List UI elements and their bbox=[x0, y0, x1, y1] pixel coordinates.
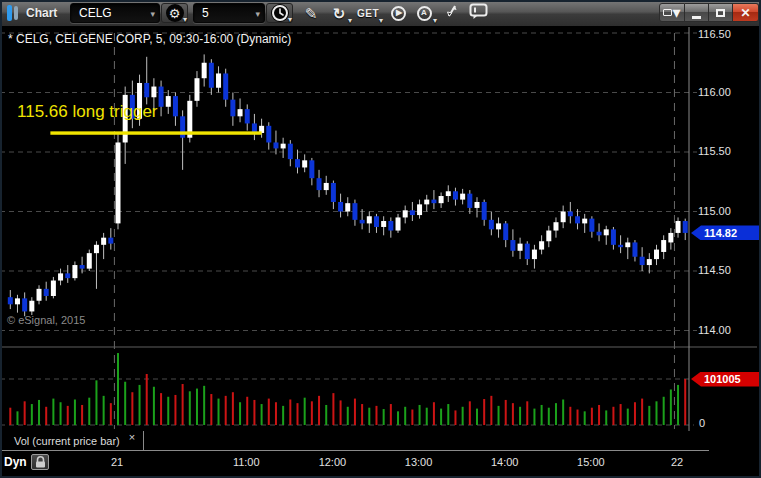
volume-bar bbox=[368, 408, 370, 425]
lock-button[interactable] bbox=[31, 454, 49, 470]
candle-body bbox=[8, 297, 13, 304]
auto-trade-button[interactable]: A ▾ bbox=[411, 3, 437, 23]
volume-bar bbox=[210, 394, 212, 425]
interval-input[interactable]: 5 ▾ bbox=[193, 3, 265, 23]
volume-bar bbox=[139, 385, 141, 425]
volume-bar bbox=[167, 397, 169, 425]
candle-body bbox=[431, 200, 436, 204]
symbol-input[interactable]: CELG ▾ bbox=[70, 3, 160, 23]
candle-body bbox=[503, 223, 508, 240]
volume-bar bbox=[347, 407, 349, 425]
candle-body bbox=[345, 203, 350, 211]
volume-bar bbox=[103, 396, 105, 425]
candle-body bbox=[654, 250, 659, 260]
volume-bar bbox=[160, 393, 162, 425]
candle-body bbox=[475, 202, 480, 208]
candle-body bbox=[317, 178, 322, 190]
refresh-button[interactable]: ↻ ▾ bbox=[326, 3, 352, 23]
volume-bar bbox=[526, 401, 528, 425]
candle-body bbox=[532, 250, 537, 260]
volume-bar bbox=[512, 403, 514, 425]
close-icon[interactable]: × bbox=[129, 431, 135, 443]
chevron-down-icon: ▾ bbox=[348, 16, 352, 25]
candle-body bbox=[611, 229, 616, 244]
candle-body bbox=[166, 96, 171, 107]
volume-bar bbox=[81, 405, 83, 425]
volume-bar bbox=[677, 385, 679, 425]
close-button[interactable]: ✕ bbox=[733, 3, 759, 22]
candle-body bbox=[388, 221, 393, 231]
comment-bubble-icon bbox=[469, 3, 489, 24]
chart-canvas[interactable] bbox=[0, 27, 761, 452]
last-price-badge: 114.82 bbox=[691, 225, 759, 240]
candle-body bbox=[202, 63, 207, 78]
comment-button[interactable] bbox=[466, 3, 492, 23]
symbol-value: CELG bbox=[79, 6, 112, 20]
minimize-icon bbox=[692, 16, 701, 19]
candle-body bbox=[80, 265, 85, 269]
candle-body bbox=[173, 96, 178, 116]
time-tick-label: 11:00 bbox=[233, 456, 260, 468]
draw-tool-button[interactable]: ✎ bbox=[299, 3, 323, 23]
candle-body bbox=[331, 183, 336, 202]
volume-indicator-tab[interactable]: Vol (current price bar) × bbox=[7, 431, 144, 451]
current-volume-badge: 101005 bbox=[691, 372, 759, 387]
candle-body bbox=[266, 126, 271, 143]
candle-body bbox=[108, 238, 113, 244]
candle-body bbox=[618, 245, 623, 247]
price-tick-label: 116.00 bbox=[698, 86, 731, 98]
title-bar: Chart CELG ▾ ⚙ ▾ 5 ▾ ▾ ✎ ↻ ▾ GET ▾ bbox=[0, 0, 761, 27]
trigger-line[interactable] bbox=[50, 131, 261, 134]
volume-bar bbox=[95, 380, 97, 425]
candle-body bbox=[683, 221, 688, 233]
volume-bar bbox=[577, 410, 579, 425]
restore-menu-button[interactable]: ▾ bbox=[659, 3, 685, 22]
pencil-icon: ✎ bbox=[305, 6, 318, 21]
candle-body bbox=[230, 100, 235, 117]
volume-bar bbox=[297, 403, 299, 425]
volume-bar bbox=[261, 404, 263, 425]
volume-bar bbox=[354, 399, 356, 425]
maximize-button[interactable] bbox=[709, 3, 733, 22]
volume-bar bbox=[390, 404, 392, 425]
candle-body bbox=[29, 301, 34, 312]
time-tick-label: 12:00 bbox=[319, 456, 347, 468]
candle-body bbox=[546, 231, 551, 242]
volume-bar bbox=[476, 409, 478, 425]
get-icon: GET bbox=[357, 8, 379, 19]
price-tick-label: 115.00 bbox=[698, 205, 731, 217]
candle-body bbox=[209, 63, 214, 88]
candle-body bbox=[360, 220, 365, 224]
play-button[interactable]: ▶ bbox=[386, 3, 410, 23]
volume-bar bbox=[584, 411, 586, 425]
volume-bar bbox=[325, 405, 327, 425]
volume-bar bbox=[562, 399, 564, 425]
volume-bar bbox=[9, 408, 11, 425]
volume-bar bbox=[447, 404, 449, 425]
symbol-settings-button[interactable]: ⚙ ▾ bbox=[161, 3, 188, 23]
candle-body bbox=[410, 210, 415, 215]
minimize-button[interactable] bbox=[685, 3, 709, 22]
volume-bar bbox=[31, 404, 33, 425]
volume-bar bbox=[454, 410, 456, 425]
candle-body bbox=[403, 210, 408, 217]
dyn-mode-button[interactable]: Dyn bbox=[4, 455, 27, 469]
close-icon: ✕ bbox=[740, 6, 750, 20]
trigger-annotation[interactable]: 115.66 long trigger bbox=[17, 102, 158, 122]
volume-bar bbox=[440, 409, 442, 425]
candle-body bbox=[582, 219, 587, 224]
interval-time-button[interactable]: ▾ bbox=[266, 3, 293, 23]
get-data-button[interactable]: GET ▾ bbox=[353, 3, 383, 23]
volume-bar bbox=[117, 353, 119, 425]
volume-bar bbox=[426, 408, 428, 425]
candle-body bbox=[101, 238, 106, 245]
volume-bar bbox=[146, 374, 148, 425]
candle-body bbox=[22, 298, 27, 311]
candle-body bbox=[632, 242, 637, 256]
candle-body bbox=[396, 217, 401, 230]
app-chart-icon bbox=[7, 5, 21, 21]
candle-body bbox=[647, 259, 652, 265]
link-sync-button[interactable] bbox=[440, 3, 464, 23]
candle-body bbox=[510, 240, 515, 251]
volume-bar bbox=[332, 393, 334, 425]
